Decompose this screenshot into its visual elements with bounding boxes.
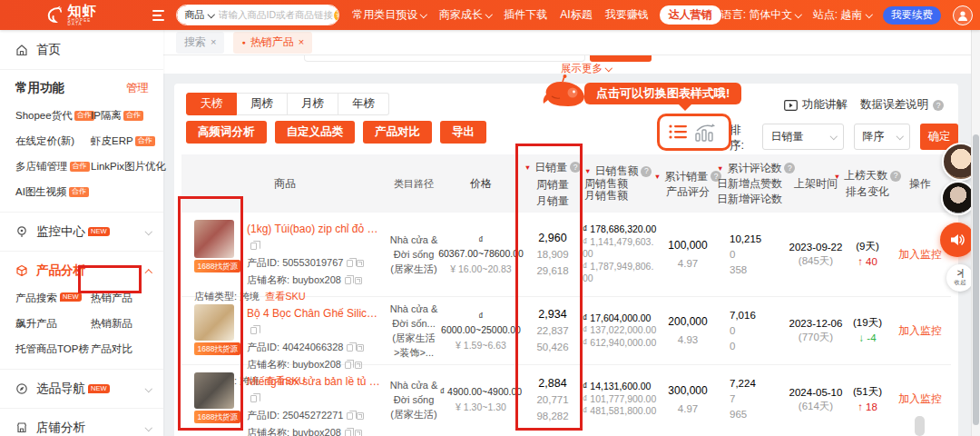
- external-link-icon[interactable]: [357, 412, 364, 420]
- sidebar-section-monitor-center[interactable]: 监控中心 NEW: [0, 213, 163, 251]
- external-link-icon[interactable]: [357, 344, 364, 352]
- quick-link[interactable]: 虾皮ERP合作: [91, 134, 166, 148]
- external-link-icon[interactable]: [355, 430, 362, 436]
- data-error-note-link[interactable]: 数据误差说明 ?: [860, 97, 944, 113]
- sidebar-section-product-analysis[interactable]: 产品分析: [0, 252, 163, 290]
- nav-item-category-preset[interactable]: 常用类目预设: [352, 7, 426, 23]
- category-cell: Nhà cửa & Đời sống (居家生活): [388, 213, 439, 296]
- product-title-link[interactable]: (1kg) Túi(bao) zip chỉ đỏ chất liệu p...: [247, 223, 383, 235]
- table-row: 1688找货源 Bộ 4 Bọc Chân Ghế Silicon HOME..…: [181, 297, 951, 365]
- quick-link[interactable]: AI图生视频合作: [15, 185, 91, 199]
- search-category-select[interactable]: 商品: [185, 8, 214, 22]
- sidebar-section-selection-nav[interactable]: 选品导航 NEW: [0, 370, 163, 408]
- copy-icon[interactable]: [250, 243, 257, 250]
- copy-icon[interactable]: [347, 412, 353, 420]
- add-monitor-link[interactable]: 加入监控: [898, 391, 942, 407]
- chart-view-icon[interactable]: [695, 123, 717, 142]
- product-title-link[interactable]: Bộ 4 Bọc Chân Ghế Silicon HOME...: [247, 307, 383, 320]
- sidebar-item-managed-top[interactable]: 托管商品TOP榜: [15, 342, 91, 356]
- col-header-sales[interactable]: 日销量? 周销量 月销量: [523, 158, 583, 209]
- copy-icon[interactable]: [345, 430, 351, 436]
- col-header-reviews[interactable]: 累计评论数? 日新增点赞数 日新增评论数: [715, 160, 786, 207]
- tab-year-rank[interactable]: 年榜: [338, 93, 389, 115]
- chevron-down-icon: [894, 131, 903, 144]
- sidebar-item-home[interactable]: 首页: [0, 30, 163, 69]
- tab-month-rank[interactable]: 月榜: [288, 93, 338, 115]
- filter-button-partial[interactable]: [590, 55, 652, 62]
- product-compare-button[interactable]: 产品对比: [363, 121, 432, 144]
- sort-field-select[interactable]: 日销量: [762, 124, 844, 150]
- table-scrollbar-thumb[interactable]: [915, 416, 925, 436]
- high-freq-words-button[interactable]: 高频词分析: [186, 121, 267, 144]
- close-icon[interactable]: ×: [211, 36, 216, 47]
- quick-link[interactable]: 多店铺管理合作: [15, 160, 91, 173]
- copy-icon[interactable]: [347, 260, 353, 267]
- language-select[interactable]: 语言: 简体中文: [721, 7, 801, 23]
- tab-week-rank[interactable]: 周榜: [237, 93, 288, 115]
- price-cell: ₫ 4900.00~4900.00¥ 1.30~1.30: [439, 365, 523, 433]
- app-logo[interactable]: 知虾 SHOPEE DATA: [45, 4, 100, 27]
- quick-link[interactable]: IP隔离合作: [91, 109, 166, 123]
- nav-item-plugin-download[interactable]: 插件下载: [504, 7, 547, 23]
- sidebar-item-product-search[interactable]: 产品搜索NEW: [15, 292, 91, 305]
- feature-guide-link[interactable]: 功能讲解: [784, 97, 848, 113]
- search-input[interactable]: 请输入商品ID或者商品链接: [219, 9, 333, 22]
- announcement-speaker-button[interactable]: [940, 223, 975, 257]
- export-button[interactable]: 导出: [440, 121, 486, 144]
- nav-item-merchant-growth[interactable]: 商家成长: [439, 7, 492, 23]
- tab-day-rank[interactable]: 天榜: [186, 93, 237, 115]
- coop-badge: 合作: [135, 136, 155, 146]
- product-image[interactable]: [194, 372, 234, 409]
- tab-search[interactable]: 搜索×: [176, 32, 224, 54]
- copy-icon[interactable]: [345, 362, 351, 369]
- manage-link[interactable]: 管理: [126, 81, 149, 96]
- add-monitor-link[interactable]: 加入监控: [898, 323, 942, 339]
- sort-desc-icon: [584, 164, 592, 178]
- source-1688-badge[interactable]: 1688找货源: [194, 260, 240, 272]
- quick-link[interactable]: LinkPix图片优化: [91, 160, 166, 173]
- menu-collapse-icon[interactable]: [152, 10, 164, 21]
- product-title-link[interactable]: Miếng inox sửa bản lề tủ gỗ & thép...: [247, 375, 383, 388]
- quick-link[interactable]: 在线定价(新): [15, 134, 91, 148]
- renew-button[interactable]: 我要续费: [883, 6, 941, 25]
- col-header-cumulative[interactable]: 累计销量? 产品评分: [661, 168, 715, 199]
- list-view-icon[interactable]: [668, 123, 688, 141]
- nav-item-earn-money[interactable]: 我要赚钱: [605, 7, 649, 23]
- quick-link[interactable]: Shopee货代合作: [15, 109, 91, 123]
- common-functions-title: 常用功能: [15, 80, 64, 96]
- product-image[interactable]: [194, 304, 234, 341]
- collapse-button[interactable]: >| 收起: [946, 264, 974, 292]
- product-image[interactable]: [194, 220, 234, 258]
- show-more-link[interactable]: 展示更多: [561, 62, 612, 75]
- user-avatar[interactable]: [953, 5, 973, 25]
- col-header-rank-days[interactable]: 上榜天数? 排名变化: [846, 168, 889, 200]
- site-select[interactable]: 站点: 越南: [813, 7, 871, 23]
- tab-hot-products[interactable]: 热销产品×: [233, 32, 312, 54]
- sidebar-item-rising-products[interactable]: 飙升产品: [15, 317, 91, 331]
- close-icon[interactable]: ×: [299, 36, 304, 47]
- sidebar-item-hot-products[interactable]: 热销产品: [91, 292, 160, 305]
- sidebar-section-shop-analysis[interactable]: 店铺分析: [0, 409, 163, 436]
- external-link-icon[interactable]: [357, 260, 364, 267]
- copy-icon[interactable]: [250, 327, 257, 334]
- source-1688-badge[interactable]: 1688找货源: [194, 342, 240, 355]
- translate-icon[interactable]: 译: [333, 8, 339, 23]
- custom-category-button[interactable]: 自定义品类: [275, 121, 356, 144]
- product-id: 50553019767: [282, 257, 343, 268]
- source-1688-badge[interactable]: 1688找货源: [194, 411, 240, 423]
- copy-icon[interactable]: [347, 344, 353, 352]
- col-header-revenue[interactable]: 日销售额? 周销售额 月销售额: [583, 164, 661, 203]
- add-monitor-link[interactable]: 加入监控: [898, 247, 942, 263]
- sidebar-item-hot-new-products[interactable]: 热销新品: [91, 317, 160, 331]
- copy-icon[interactable]: [250, 395, 257, 402]
- nav-item-ai-title[interactable]: AI标题: [560, 7, 592, 23]
- page-scrollbar[interactable]: [971, 30, 980, 436]
- chevron-down-icon: [828, 131, 837, 144]
- talent-marketing-button[interactable]: 达人营销: [660, 5, 721, 25]
- external-link-icon[interactable]: [355, 362, 362, 369]
- sort-order-select[interactable]: 降序: [854, 124, 910, 150]
- external-link-icon[interactable]: [355, 277, 362, 284]
- sidebar-item-product-compare[interactable]: 产品对比: [91, 342, 160, 356]
- scrollbar-thumb[interactable]: [973, 134, 979, 425]
- copy-icon[interactable]: [345, 277, 351, 284]
